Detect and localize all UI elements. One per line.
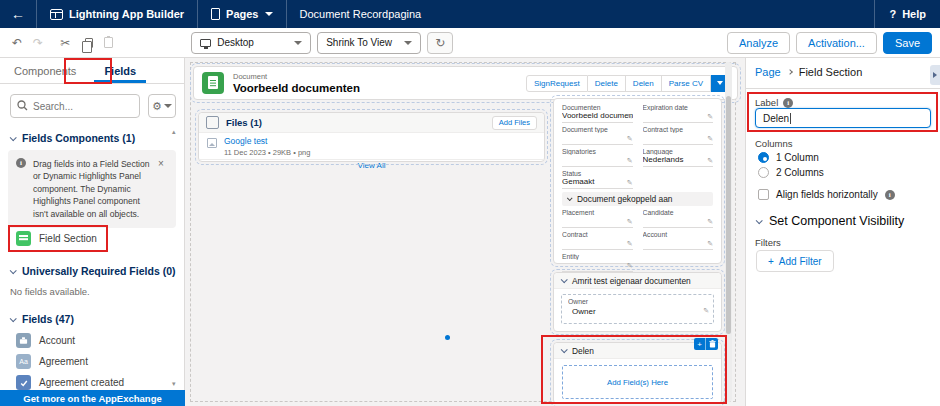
- files-title: Files (1): [226, 117, 262, 128]
- drag-handle-dot[interactable]: [445, 335, 450, 340]
- back-icon[interactable]: ←: [0, 6, 36, 22]
- universally-required-section-header[interactable]: Universally Required Fields (0): [10, 265, 175, 277]
- analyze-button[interactable]: Analyze: [727, 32, 790, 54]
- chevron-down-icon: [567, 195, 573, 201]
- chevron-down-icon: [561, 276, 568, 283]
- desktop-icon: [200, 39, 211, 47]
- scroll-down-icon[interactable]: ▾: [172, 380, 176, 388]
- label-input[interactable]: Delen: [755, 108, 931, 128]
- property-inspector: Page Field Section Label i Delen Columns…: [745, 58, 940, 406]
- save-button[interactable]: Save: [883, 32, 932, 54]
- canvas-scrollbar[interactable]: [725, 62, 732, 402]
- chevron-down-icon: [164, 104, 172, 108]
- paste-icon[interactable]: [104, 37, 113, 48]
- edit-pencil-icon: ✎: [627, 135, 633, 143]
- field-value[interactable]: Voorbeeld documenten✎: [562, 111, 633, 123]
- field-section-component[interactable]: Field Section: [16, 231, 97, 246]
- add-files-button[interactable]: Add Files: [492, 116, 537, 130]
- tab-fields[interactable]: Fields: [90, 58, 150, 83]
- file-name-link[interactable]: Google test: [224, 136, 310, 146]
- device-select[interactable]: Desktop: [191, 32, 311, 54]
- page-canvas: Document Voorbeeld documenten SignReques…: [185, 58, 745, 406]
- field-item-agreement-created[interactable]: Agreement created: [16, 375, 124, 390]
- field-value[interactable]: ✎: [562, 133, 633, 145]
- no-fields-text: No fields available.: [10, 286, 90, 297]
- tab-components[interactable]: Components: [0, 58, 90, 83]
- undo-icon[interactable]: ↶: [12, 37, 22, 49]
- refresh-button[interactable]: ↻: [427, 32, 453, 54]
- fields-section-header[interactable]: Fields (47): [10, 313, 74, 325]
- lightning-app-builder: ← Lightning App Builder Pages Document R…: [0, 0, 940, 406]
- add-filter-button[interactable]: + Add Filter: [756, 250, 834, 272]
- fields-components-section-header[interactable]: Fields Components (1): [10, 132, 135, 144]
- filter-settings-button[interactable]: ⚙: [148, 94, 176, 118]
- field-dropzone[interactable]: Add Field(s) Here: [562, 365, 713, 399]
- info-icon: i: [885, 190, 895, 200]
- cut-icon[interactable]: ✂: [60, 37, 70, 49]
- field-item-agreement[interactable]: Aa Agreement: [16, 354, 88, 369]
- record-fields-component[interactable]: Documenten Voorbeeld documenten✎ Expirat…: [553, 98, 722, 264]
- field-value[interactable]: ✎: [643, 216, 714, 228]
- field-item-account[interactable]: Account: [16, 333, 75, 348]
- edit-pencil-icon: ✎: [707, 240, 713, 248]
- component-visibility-header[interactable]: Set Component Visibility: [756, 214, 904, 228]
- radio-1-column[interactable]: 1 Column: [758, 152, 819, 163]
- scroll-up-icon[interactable]: ▴: [172, 128, 176, 136]
- canvas-scrollbar-thumb[interactable]: [726, 96, 731, 334]
- top-header-bar: ← Lightning App Builder Pages Document R…: [0, 0, 940, 28]
- parse-cv-button[interactable]: Parse CV: [662, 75, 711, 92]
- field-label: Account: [643, 231, 714, 238]
- chevron-down-icon: [561, 346, 568, 353]
- briefcase-icon: [16, 333, 31, 348]
- copy-icon[interactable]: [85, 38, 93, 48]
- redo-icon[interactable]: ↷: [33, 37, 43, 49]
- radio-2-columns[interactable]: 2 Columns: [758, 167, 824, 178]
- field-value[interactable]: ✎: [643, 238, 714, 250]
- view-mode-select[interactable]: Shrink To View: [317, 32, 421, 54]
- info-icon: i: [16, 158, 26, 168]
- file-list-item[interactable]: Google test 11 Dec 2023 • 29KB • png: [199, 133, 544, 157]
- owner-field-section[interactable]: Amrit test eigenaar documenten Owner Own…: [553, 272, 722, 332]
- field-value[interactable]: ✎: [562, 155, 633, 167]
- linked-section-header[interactable]: Document gekoppeld aan: [562, 192, 713, 206]
- edit-pencil-icon: ✎: [707, 218, 713, 226]
- chevron-right-icon: [787, 69, 793, 75]
- appexchange-banner[interactable]: Get more on the AppExchange: [0, 390, 185, 406]
- align-fields-checkbox[interactable]: Align fields horizontally i: [758, 189, 895, 200]
- builder-toolbar: ↶ ↷ ✂ Desktop Shrink To View ↻ Analyze A…: [0, 28, 940, 58]
- pages-menu[interactable]: Pages: [198, 0, 285, 28]
- delen-button[interactable]: Delen: [626, 75, 662, 92]
- activation-button[interactable]: Activation...: [796, 32, 877, 54]
- delen-field-section[interactable]: + Delen Add Field(s) Here: [553, 342, 722, 404]
- info-icon: i: [783, 98, 793, 108]
- field-value[interactable]: ✎: [562, 238, 633, 250]
- breadcrumb-page-link[interactable]: Page: [755, 66, 781, 78]
- trash-icon[interactable]: [706, 338, 718, 350]
- field-value[interactable]: ✎: [643, 133, 714, 145]
- breadcrumb: Page Field Section: [755, 66, 862, 78]
- field-value[interactable]: Gemaakt✎: [562, 177, 633, 189]
- add-component-icon[interactable]: +: [694, 338, 706, 350]
- field-value[interactable]: ✎: [562, 260, 633, 272]
- view-all-link[interactable]: View All: [199, 159, 544, 172]
- image-file-icon: [207, 138, 217, 148]
- close-icon[interactable]: ×: [158, 158, 164, 220]
- field-value[interactable]: ✎: [643, 111, 714, 123]
- owner-section-header[interactable]: Amrit test eigenaar documenten: [554, 273, 721, 289]
- files-component[interactable]: Files (1) Add Files Google test 11 Dec 2…: [198, 112, 545, 162]
- divider: [746, 88, 940, 89]
- search-icon: [17, 100, 28, 111]
- field-value[interactable]: ✎: [562, 216, 633, 228]
- help-menu[interactable]: ? Help: [875, 0, 940, 28]
- collapse-panel-handle[interactable]: [930, 65, 940, 85]
- record-header-component[interactable]: Document Voorbeeld documenten SignReques…: [193, 66, 738, 100]
- help-icon: ?: [889, 8, 896, 20]
- signrequest-button[interactable]: SignRequest: [526, 75, 588, 92]
- device-value: Desktop: [217, 37, 288, 48]
- search-input[interactable]: [10, 94, 140, 118]
- edit-pencil-icon: ✎: [627, 262, 633, 270]
- field-value[interactable]: Nederlands✎: [643, 155, 714, 167]
- owner-field[interactable]: Owner Owner ✎: [561, 294, 714, 324]
- entity-label: Document: [233, 72, 360, 81]
- delete-button[interactable]: Delete: [588, 75, 626, 92]
